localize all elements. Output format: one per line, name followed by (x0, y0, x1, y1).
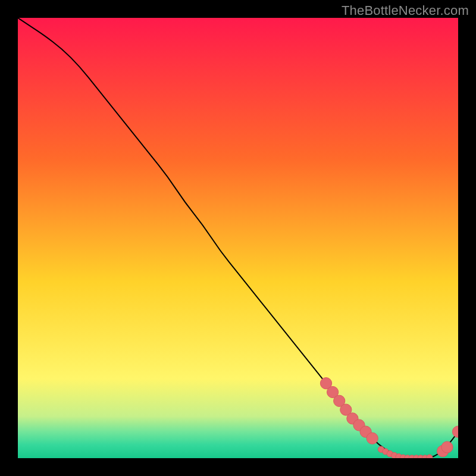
highlight-dot (367, 433, 378, 444)
chart-svg (0, 0, 476, 476)
watermark-label: TheBottleNecker.com (342, 3, 469, 18)
highlight-dot (427, 455, 433, 461)
chart-stage: TheBottleNecker.com (0, 0, 476, 476)
highlight-dot (452, 426, 464, 437)
gradient-background (18, 18, 458, 458)
plot-area (18, 18, 464, 461)
highlight-dot (441, 441, 453, 453)
